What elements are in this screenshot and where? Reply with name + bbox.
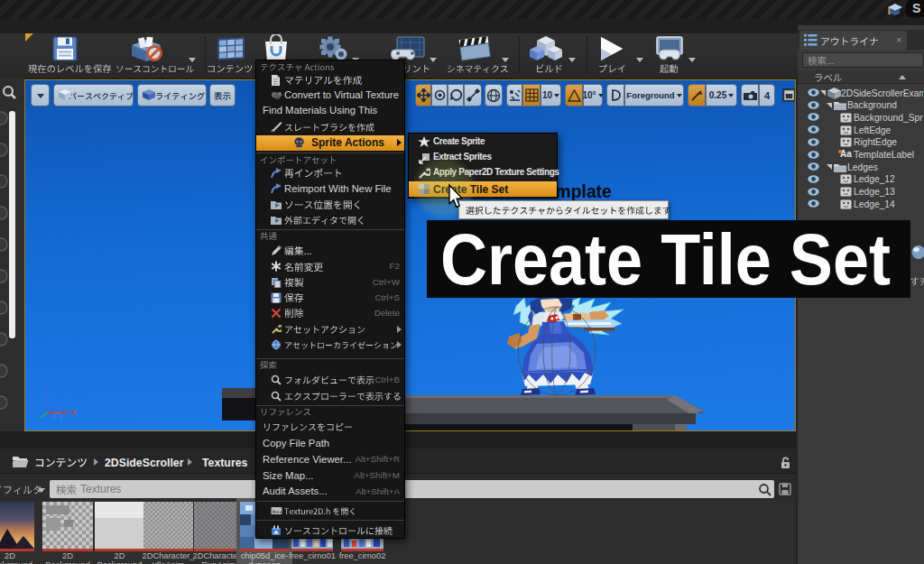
svg-text:Z: Z [43,380,49,389]
svg-text:h++: h++ [273,508,282,513]
svg-text:X: X [71,408,77,417]
